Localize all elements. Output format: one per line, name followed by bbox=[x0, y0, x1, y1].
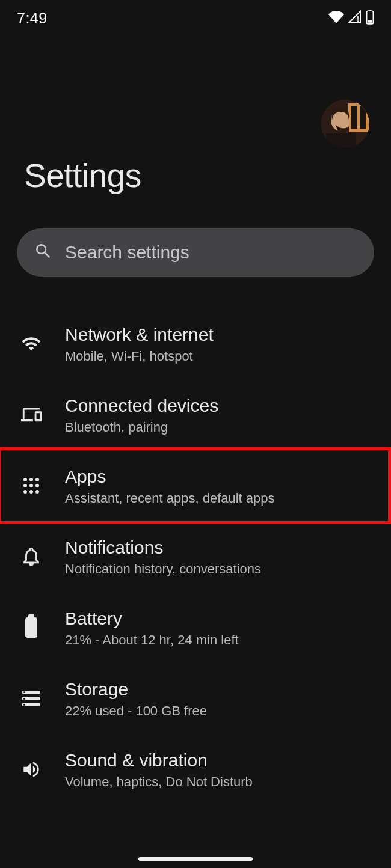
status-time: 7:49 bbox=[17, 10, 48, 27]
svg-rect-9 bbox=[326, 133, 356, 148]
search-placeholder: Search settings bbox=[65, 242, 189, 263]
svg-rect-3 bbox=[368, 20, 372, 22]
cellular-status-icon: ! bbox=[348, 10, 362, 26]
row-subtitle: Assistant, recent apps, default apps bbox=[65, 491, 275, 506]
settings-item-connected-devices[interactable]: Connected devices Bluetooth, pairing bbox=[0, 380, 391, 451]
battery-icon bbox=[18, 617, 45, 638]
page-title: Settings bbox=[0, 148, 391, 195]
sound-icon bbox=[18, 759, 45, 780]
row-title: Battery bbox=[65, 608, 239, 629]
row-title: Network & internet bbox=[65, 325, 214, 345]
wifi-status-icon bbox=[328, 9, 344, 27]
row-title: Notifications bbox=[65, 537, 261, 558]
svg-rect-7 bbox=[360, 106, 366, 129]
devices-icon bbox=[18, 405, 45, 425]
apps-icon bbox=[18, 478, 45, 494]
settings-item-storage[interactable]: Storage 22% used - 100 GB free bbox=[0, 664, 391, 735]
settings-item-battery[interactable]: Battery 21% - About 12 hr, 24 min left bbox=[0, 593, 391, 664]
gesture-nav-bar[interactable] bbox=[138, 857, 253, 861]
row-title: Storage bbox=[65, 679, 207, 700]
svg-rect-6 bbox=[351, 106, 357, 129]
row-title: Sound & vibration bbox=[65, 750, 253, 771]
settings-item-notifications[interactable]: Notifications Notification history, conv… bbox=[0, 522, 391, 593]
row-subtitle: 21% - About 12 hr, 24 min left bbox=[65, 632, 239, 648]
settings-item-sound[interactable]: Sound & vibration Volume, haptics, Do No… bbox=[0, 735, 391, 805]
search-icon bbox=[34, 242, 53, 263]
wifi-icon bbox=[18, 334, 45, 354]
row-subtitle: Bluetooth, pairing bbox=[65, 420, 218, 435]
row-title: Apps bbox=[65, 466, 275, 487]
row-subtitle: Volume, haptics, Do Not Disturb bbox=[65, 774, 253, 790]
status-icons: ! bbox=[328, 9, 374, 27]
search-settings[interactable]: Search settings bbox=[17, 228, 374, 277]
battery-status-icon bbox=[366, 9, 374, 27]
bell-icon bbox=[18, 546, 45, 567]
row-subtitle: 22% used - 100 GB free bbox=[65, 703, 207, 719]
row-subtitle: Notification history, conversations bbox=[65, 561, 261, 577]
profile-avatar[interactable] bbox=[321, 100, 369, 148]
storage-icon bbox=[18, 691, 45, 706]
status-bar: 7:49 ! bbox=[0, 0, 391, 34]
settings-item-network[interactable]: Network & internet Mobile, Wi-Fi, hotspo… bbox=[0, 309, 391, 380]
svg-rect-2 bbox=[369, 10, 371, 11]
row-subtitle: Mobile, Wi-Fi, hotspot bbox=[65, 349, 214, 364]
row-title: Connected devices bbox=[65, 396, 218, 416]
settings-list: Network & internet Mobile, Wi-Fi, hotspo… bbox=[0, 309, 391, 805]
settings-item-apps[interactable]: Apps Assistant, recent apps, default app… bbox=[0, 451, 391, 522]
svg-text:!: ! bbox=[357, 15, 359, 23]
